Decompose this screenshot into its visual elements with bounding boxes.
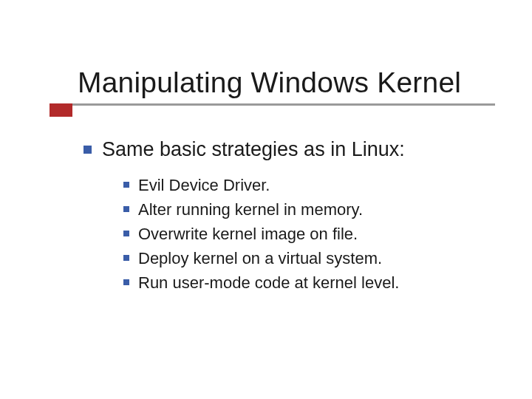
bullet-list-level2: Evil Device Driver. Alter running kernel… [123, 173, 488, 295]
slide-title: Manipulating Windows Kernel [78, 66, 488, 99]
list-item-text: Evil Device Driver. [138, 173, 270, 197]
list-item-text: Overwrite kernel image on file. [138, 222, 358, 246]
list-item-text: Run user-mode code at kernel level. [138, 270, 399, 295]
title-rule [50, 103, 495, 108]
square-bullet-icon [123, 206, 129, 212]
list-item: Alter running kernel in memory. [123, 197, 488, 222]
list-item-text: Same basic strategies as in Linux: [102, 136, 405, 163]
list-item: Overwrite kernel image on file. [123, 222, 488, 246]
list-item-text: Alter running kernel in memory. [138, 197, 363, 222]
list-item: Evil Device Driver. [123, 173, 488, 197]
square-bullet-icon [123, 231, 129, 236]
square-bullet-icon [123, 255, 129, 261]
list-item: Same basic strategies as in Linux: [83, 136, 488, 163]
title-rule-accent [50, 103, 72, 117]
square-bullet-icon [123, 182, 129, 188]
square-bullet-icon [83, 146, 92, 154]
title-rule-gray [50, 103, 495, 106]
list-item-text: Deploy kernel on a virtual system. [138, 246, 382, 270]
square-bullet-icon [123, 279, 129, 285]
list-item: Run user-mode code at kernel level. [123, 270, 488, 295]
list-item: Deploy kernel on a virtual system. [123, 246, 488, 270]
bullet-list-level1: Same basic strategies as in Linux: [83, 136, 488, 163]
slide: Manipulating Windows Kernel Same basic s… [0, 0, 532, 295]
